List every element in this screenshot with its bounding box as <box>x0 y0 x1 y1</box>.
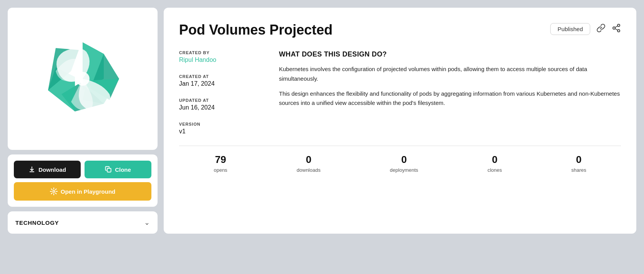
stat-number-shares: 0 <box>576 154 581 166</box>
stats-row: 79 opens 0 downloads 0 deployments 0 clo… <box>179 154 621 173</box>
svg-line-7 <box>615 26 618 27</box>
open-playground-button[interactable]: Open in Playground <box>14 182 151 201</box>
created-by-item: CREATED BY Ripul Handoo <box>179 50 271 63</box>
meta-col: CREATED BY Ripul Handoo CREATED AT Jan 1… <box>179 50 271 135</box>
created-by-value[interactable]: Ripul Handoo <box>179 56 216 63</box>
chevron-down-icon: ⌄ <box>144 218 150 227</box>
right-panel: Pod Volumes Projected Published <box>164 8 636 234</box>
stat-number-downloads: 0 <box>306 154 311 166</box>
svg-rect-1 <box>107 168 111 172</box>
stat-item-deployments: 0 deployments <box>390 154 418 173</box>
description-heading: WHAT DOES THIS DESIGN DO? <box>279 50 621 58</box>
stat-label-shares: shares <box>571 167 586 173</box>
link-icon[interactable] <box>596 23 606 35</box>
stat-label-opens: opens <box>214 167 227 173</box>
description-paragraph-2: This design enhances the flexibility and… <box>279 89 621 108</box>
version-label: VERSION <box>179 122 271 126</box>
published-badge: Published <box>550 23 590 35</box>
stat-number-clones: 0 <box>492 154 497 166</box>
created-at-item: CREATED AT Jan 17, 2024 <box>179 74 271 87</box>
right-header: Pod Volumes Projected Published <box>179 22 621 38</box>
stat-number-opens: 79 <box>215 154 226 166</box>
stats-divider <box>179 146 621 146</box>
stat-label-clones: clones <box>488 167 502 173</box>
version-value: v1 <box>179 128 271 135</box>
created-by-label: CREATED BY <box>179 50 271 55</box>
left-panel: Download Clone Open in Playground TECHNO… <box>8 8 158 234</box>
playground-icon <box>50 188 58 195</box>
created-at-label: CREATED AT <box>179 74 271 79</box>
svg-point-0 <box>76 72 90 86</box>
version-item: VERSION v1 <box>179 122 271 135</box>
stat-item-shares: 0 shares <box>571 154 586 173</box>
technology-card[interactable]: TECHNOLOGY ⌄ <box>8 211 158 234</box>
download-icon <box>28 166 35 173</box>
description-col: WHAT DOES THIS DESIGN DO? Kubernetes inv… <box>271 50 621 135</box>
image-card <box>8 8 158 150</box>
updated-at-label: UPDATED AT <box>179 98 271 103</box>
brand-logo <box>37 33 129 125</box>
technology-label: TECHNOLOGY <box>15 219 59 226</box>
svg-line-6 <box>615 28 618 30</box>
updated-at-item: UPDATED AT Jun 16, 2024 <box>179 98 271 111</box>
share-icon[interactable] <box>612 23 621 35</box>
stat-number-deployments: 0 <box>401 154 407 166</box>
page-title: Pod Volumes Projected <box>179 22 332 38</box>
svg-point-2 <box>53 191 55 193</box>
stat-label-deployments: deployments <box>390 167 418 173</box>
page-wrapper: Download Clone Open in Playground TECHNO… <box>8 8 636 234</box>
created-at-value: Jan 17, 2024 <box>179 80 271 87</box>
updated-at-value: Jun 16, 2024 <box>179 104 271 111</box>
action-buttons-row: Download Clone <box>14 161 151 178</box>
stat-label-downloads: downloads <box>297 167 320 173</box>
meta-section: CREATED BY Ripul Handoo CREATED AT Jan 1… <box>179 50 621 135</box>
stat-item-downloads: 0 downloads <box>297 154 320 173</box>
description-paragraph-1: Kubernetes involves the configuration of… <box>279 65 621 84</box>
stat-item-clones: 0 clones <box>488 154 502 173</box>
clone-icon <box>105 166 112 173</box>
header-actions: Published <box>550 23 621 35</box>
clone-button[interactable]: Clone <box>85 161 151 178</box>
action-card: Download Clone Open in Playground <box>8 154 158 207</box>
stat-item-opens: 79 opens <box>214 154 227 173</box>
download-button[interactable]: Download <box>14 161 81 178</box>
